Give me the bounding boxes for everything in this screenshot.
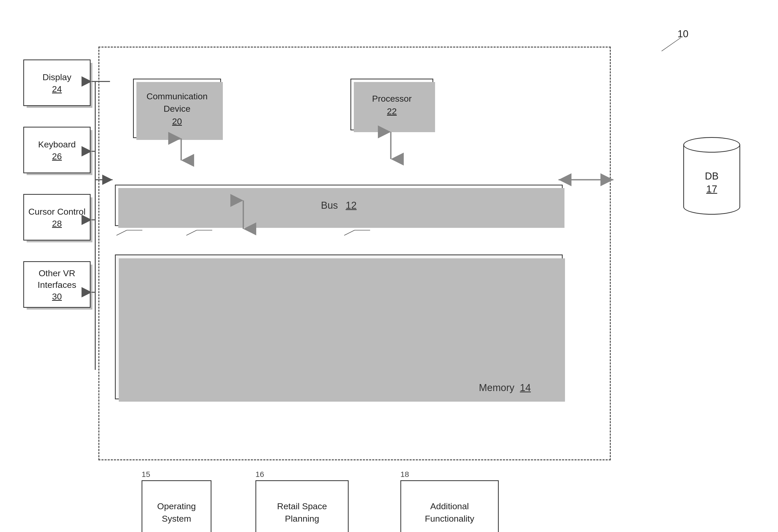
rsp-num-label: 16 (255, 470, 264, 479)
system-label-line (662, 37, 681, 51)
processor-num: 22 (387, 106, 397, 116)
vr-label: Other VRInterfaces (37, 267, 76, 290)
processor-label: Processor (372, 93, 411, 105)
diagram: 10 Display 24 Keyboard 26 Cursor Control… (15, 21, 761, 512)
bus-box: Bus 12 (115, 185, 563, 226)
display-label: Display (43, 71, 71, 83)
memory-box: Memory 14 OperatingSystem Retail SpacePl… (115, 255, 563, 399)
db-label: DB (683, 171, 740, 182)
keyboard-row: Keyboard 26 (23, 127, 91, 173)
af-num-label: 18 (400, 470, 409, 479)
processor-box: Processor 22 (351, 79, 433, 130)
keyboard-box: Keyboard 26 (23, 127, 91, 173)
rsp-box: Retail SpacePlanning (255, 480, 348, 532)
comm-device-num: 20 (172, 116, 182, 126)
db-container: DB 17 (683, 137, 740, 220)
vr-row: Other VRInterfaces 30 (23, 261, 91, 308)
cursor-label: Cursor Control (28, 206, 85, 217)
os-num-label: 15 (142, 470, 150, 479)
display-box: Display 24 (23, 60, 91, 106)
comm-device-label: CommunicationDevice (147, 90, 208, 115)
os-box: OperatingSystem (142, 480, 212, 532)
main-system-box: CommunicationDevice 20 Processor 22 Bus … (98, 47, 611, 460)
display-row: Display 24 (23, 60, 91, 106)
rsp-label: Retail SpacePlanning (277, 500, 327, 525)
vr-num: 30 (52, 291, 62, 301)
io-devices: Display 24 Keyboard 26 Cursor Control 28… (23, 60, 91, 308)
cursor-num: 28 (52, 218, 62, 229)
db-cylinder: DB 17 (683, 137, 740, 220)
db-top (683, 137, 740, 153)
display-num: 24 (52, 84, 62, 94)
memory-label: Memory 14 (479, 382, 531, 393)
system-label: 10 (678, 28, 689, 39)
cursor-row: Cursor Control 28 (23, 194, 91, 241)
bus-num: 12 (346, 200, 357, 211)
af-label: AdditionalFunctionality (425, 500, 474, 525)
os-label: OperatingSystem (157, 500, 196, 525)
db-num: 17 (683, 184, 740, 195)
bus-label: Bus (321, 200, 338, 211)
keyboard-num: 26 (52, 151, 62, 161)
cursor-box: Cursor Control 28 (23, 194, 91, 241)
vr-box: Other VRInterfaces 30 (23, 261, 91, 308)
keyboard-label: Keyboard (38, 139, 76, 150)
af-box: AdditionalFunctionality (400, 480, 499, 532)
comm-device-box: CommunicationDevice 20 (133, 79, 221, 138)
